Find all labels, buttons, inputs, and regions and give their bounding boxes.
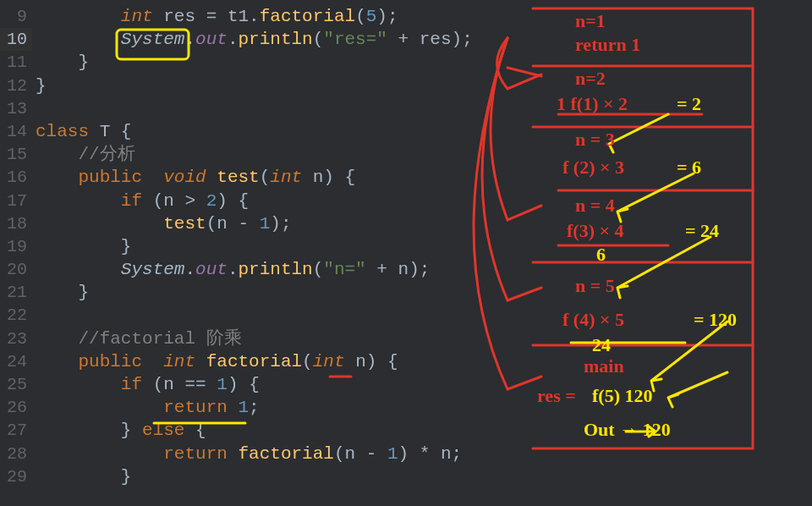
annotation-text: = 24 bbox=[685, 220, 719, 242]
line-number: 11 bbox=[0, 51, 32, 74]
annotation-text: = 120 bbox=[694, 309, 737, 331]
annotation-text: 1 f(1) × 2 bbox=[557, 93, 628, 115]
code-line: class T { bbox=[36, 120, 812, 143]
code-area[interactable]: int res = t1.factorial(5); System.out.pr… bbox=[32, 0, 812, 506]
line-number: 17 bbox=[0, 190, 32, 212]
code-editor[interactable]: 9 10 11 12 13 14 15 16 17 18 19 20 21 22… bbox=[0, 0, 812, 506]
annotation-text: = 2 bbox=[677, 93, 701, 115]
code-line: if (n == 1) { bbox=[36, 373, 812, 396]
line-number: 29 bbox=[0, 465, 32, 488]
line-number: 22 bbox=[0, 304, 32, 327]
line-number: 21 bbox=[0, 281, 32, 304]
line-number: 14 bbox=[0, 120, 32, 143]
annotation-text: f(5) 120 bbox=[592, 385, 652, 407]
line-number: 19 bbox=[0, 235, 32, 258]
line-number-gutter: 9 10 11 12 13 14 15 16 17 18 19 20 21 22… bbox=[0, 0, 32, 506]
annotation-text: res = bbox=[537, 385, 576, 407]
annotation-text: = 6 bbox=[677, 157, 701, 179]
line-number: 12 bbox=[0, 74, 32, 97]
code-line: System.out.println("res=" + res); bbox=[36, 28, 812, 51]
code-line: return factorial(n - 1) * n; bbox=[36, 443, 812, 465]
code-line: } bbox=[36, 51, 812, 74]
annotation-text: n=1 bbox=[575, 10, 606, 32]
line-number: 27 bbox=[0, 419, 32, 442]
code-line: } bbox=[36, 465, 812, 488]
code-line: return 1; bbox=[36, 396, 812, 419]
line-number: 18 bbox=[0, 212, 32, 235]
annotation-text: n = 4 bbox=[575, 195, 615, 217]
line-number: 16 bbox=[0, 166, 32, 189]
line-number: 13 bbox=[0, 97, 32, 120]
annotation-text: return 1 bbox=[575, 34, 640, 56]
line-number: 26 bbox=[0, 396, 32, 419]
annotation-text: n = 3 bbox=[575, 129, 615, 151]
line-number: 28 bbox=[0, 443, 32, 465]
annotation-text: n = 5 bbox=[575, 275, 615, 297]
line-number: 20 bbox=[0, 258, 32, 281]
code-line: int res = t1.factorial(5); bbox=[36, 5, 812, 28]
annotation-text: 24 bbox=[592, 334, 611, 356]
annotation-text: f (2) × 3 bbox=[562, 157, 624, 179]
annotation-text: main bbox=[584, 355, 624, 377]
annotation-text: Out → 120 bbox=[584, 419, 671, 441]
line-number: 9 bbox=[0, 5, 32, 28]
code-line: } bbox=[36, 281, 812, 304]
code-line: } else { bbox=[36, 419, 812, 442]
code-line: System.out.println("n=" + n); bbox=[36, 258, 812, 281]
line-number: 10 bbox=[0, 28, 32, 51]
annotation-text: f(3) × 4 bbox=[567, 220, 624, 242]
line-number: 23 bbox=[0, 327, 32, 350]
code-line: if (n > 2) { bbox=[36, 190, 812, 212]
annotation-text: 6 bbox=[596, 244, 606, 266]
code-line: public int factorial(int n) { bbox=[36, 350, 812, 373]
annotation-text: f (4) × 5 bbox=[562, 309, 624, 331]
annotation-text: n=2 bbox=[575, 68, 606, 90]
line-number: 24 bbox=[0, 350, 32, 373]
line-number: 15 bbox=[0, 143, 32, 166]
line-number: 25 bbox=[0, 373, 32, 396]
